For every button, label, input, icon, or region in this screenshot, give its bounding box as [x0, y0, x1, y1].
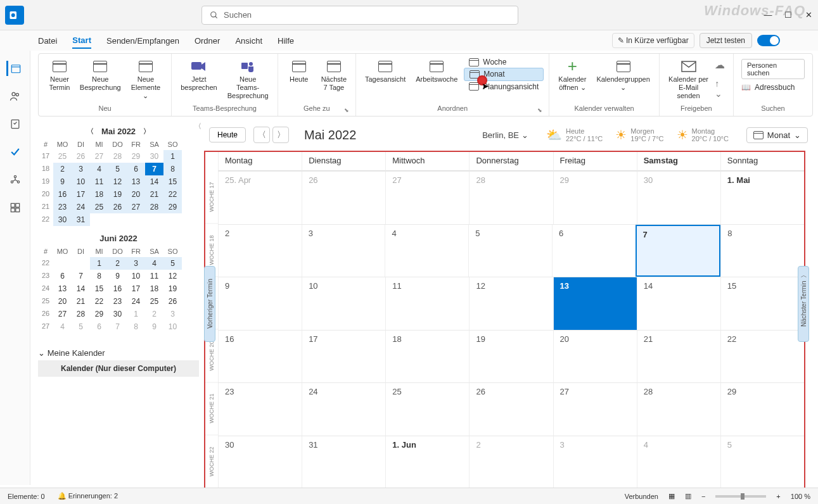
mini-cal-day[interactable]: 26	[163, 295, 182, 308]
mini-cal-day[interactable]: 14	[145, 175, 163, 188]
mini-cal-day[interactable]: 3	[127, 257, 145, 270]
mini-cal-day[interactable]: 8	[163, 163, 182, 175]
mini-cal-day[interactable]: 28	[108, 150, 127, 163]
calendar-cell[interactable]: 17	[302, 331, 385, 383]
calendar-cell[interactable]: 30	[218, 436, 302, 489]
view-selector[interactable]: Monat ⌄	[746, 127, 808, 143]
mini-cal-day[interactable]	[163, 213, 182, 226]
calendar-cell[interactable]: 22	[720, 331, 804, 383]
mini-cal-day[interactable]: 27	[127, 201, 145, 213]
calendar-cell[interactable]: 2	[218, 225, 302, 277]
share-icon[interactable]: ☁	[715, 59, 728, 71]
mini-cal-day[interactable]: 9	[108, 270, 127, 282]
view-reading-icon[interactable]: ▥	[685, 492, 691, 500]
zoom-slider[interactable]	[715, 495, 766, 498]
meet-now-button[interactable]: Jetzt besprechen	[177, 56, 220, 94]
mini-cal-day[interactable]: 3	[72, 163, 90, 175]
mini-cal-day[interactable]: 6	[53, 270, 72, 282]
mini-cal-day[interactable]: 25	[145, 295, 163, 308]
mini-cal-day[interactable]: 30	[108, 308, 127, 320]
prev-appointment-tab[interactable]: 〈 Vorheriger Termin	[204, 266, 215, 342]
work-week-button[interactable]: Arbeitswoche	[412, 56, 461, 86]
calendar-cell[interactable]: 5	[468, 225, 552, 277]
mini-cal-day[interactable]: 14	[72, 282, 90, 295]
calendar-cell[interactable]: 25. Apr	[218, 172, 302, 224]
mini-cal-day[interactable]: 27	[90, 150, 108, 163]
mini-cal-day[interactable]: 9	[145, 320, 163, 333]
mini-cal-day[interactable]: 18	[145, 282, 163, 295]
calendar-cell[interactable]: 3	[302, 225, 385, 277]
mini-cal-day[interactable]: 20	[53, 295, 72, 308]
new-meeting-button[interactable]: Neue Besprechung	[78, 56, 123, 94]
calendar-cell[interactable]: 18	[385, 331, 469, 383]
next-month-button[interactable]: 〉	[143, 127, 150, 136]
mini-cal-day[interactable]: 13	[53, 282, 72, 295]
mini-cal-day[interactable]: 1	[163, 150, 182, 163]
mini-cal-day[interactable]	[145, 213, 163, 226]
mini-cal-day[interactable]: 9	[53, 175, 72, 188]
calendar-cell[interactable]: 20	[553, 331, 637, 383]
mini-cal-day[interactable]	[108, 213, 127, 226]
calendar-cell[interactable]: 25	[385, 383, 469, 436]
mini-cal-day[interactable]: 2	[108, 257, 127, 270]
mini-cal-day[interactable]: 16	[108, 282, 127, 295]
mini-cal-day[interactable]: 10	[72, 175, 90, 188]
mini-cal-day[interactable]: 10	[163, 320, 182, 333]
collapse-panel-button[interactable]: 〈	[195, 122, 201, 131]
menu-ordner[interactable]: Ordner	[195, 34, 220, 48]
nav-calendar[interactable]	[6, 61, 22, 76]
mini-cal-day[interactable]: 15	[163, 175, 182, 188]
calendar-cell[interactable]: 30	[637, 172, 720, 224]
mini-cal-day[interactable]: 25	[90, 201, 108, 213]
calendar-cell[interactable]: 4	[385, 225, 468, 277]
today-button[interactable]: Heute	[209, 127, 246, 142]
mini-cal-day[interactable]: 4	[145, 257, 163, 270]
new-appointment-button[interactable]: Neuer Termin	[44, 56, 75, 94]
mini-cal-day[interactable]: 6	[90, 320, 108, 333]
mini-cal-day[interactable]: 5	[72, 320, 90, 333]
mini-cal-day[interactable]: 17	[127, 282, 145, 295]
mini-cal-day[interactable]: 21	[145, 188, 163, 201]
nav-tasks[interactable]	[8, 117, 23, 132]
calendar-cell[interactable]: 16	[218, 331, 302, 383]
calendar-cell[interactable]: 29	[720, 383, 804, 436]
mini-cal-day[interactable]: 24	[127, 295, 145, 308]
mini-cal-day[interactable]: 19	[108, 188, 127, 201]
calendar-cell[interactable]: 10	[302, 277, 385, 330]
calendar-cell[interactable]: 19	[469, 331, 553, 383]
mini-cal-day[interactable]: 4	[53, 320, 72, 333]
calendar-cell[interactable]: 15	[720, 277, 804, 330]
mini-cal-day[interactable]: 22	[163, 188, 182, 201]
people-search-input[interactable]: Personen suchen	[741, 59, 805, 79]
calendar-groups-button[interactable]: Kalendergruppen ⌄	[592, 56, 653, 94]
calendar-cell[interactable]: 26	[469, 383, 553, 436]
mini-cal-day[interactable]: 4	[90, 163, 108, 175]
mini-cal-day[interactable]: 12	[163, 270, 182, 282]
menu-ansicht[interactable]: Ansicht	[235, 34, 262, 48]
calendar-cell[interactable]: 31	[302, 436, 385, 489]
mini-cal-day[interactable]: 6	[127, 163, 145, 175]
mini-cal-day[interactable]: 2	[145, 308, 163, 320]
mini-cal-day[interactable]	[127, 213, 145, 226]
mini-cal-day[interactable]: 28	[72, 308, 90, 320]
mini-cal-day[interactable]: 29	[127, 150, 145, 163]
calendar-cell[interactable]: 13	[553, 277, 637, 330]
calendar-cell[interactable]: 8	[720, 225, 804, 277]
calendar-cell[interactable]: 3	[553, 436, 637, 489]
nav-org[interactable]	[8, 172, 23, 187]
mini-cal-day[interactable]	[90, 213, 108, 226]
mini-cal-day[interactable]: 16	[53, 188, 72, 201]
mini-cal-day[interactable]: 18	[90, 188, 108, 201]
mini-cal-day[interactable]: 23	[53, 201, 72, 213]
mini-cal-day[interactable]: 26	[72, 150, 90, 163]
calendar-cell[interactable]: 27	[553, 383, 637, 436]
test-now-button[interactable]: Jetzt testen	[700, 33, 752, 48]
mini-cal-day[interactable]: 30	[145, 150, 163, 163]
mini-cal-day[interactable]: 25	[53, 150, 72, 163]
calendar-cell[interactable]: 9	[218, 277, 302, 330]
calendar-cell[interactable]: 4	[637, 436, 720, 489]
mini-cal-day[interactable]: 2	[53, 163, 72, 175]
next-appointment-tab[interactable]: Nächster Termin 〉	[798, 266, 809, 342]
toggle-switch[interactable]	[757, 35, 780, 46]
prev-month-button[interactable]: 〈	[87, 127, 94, 136]
